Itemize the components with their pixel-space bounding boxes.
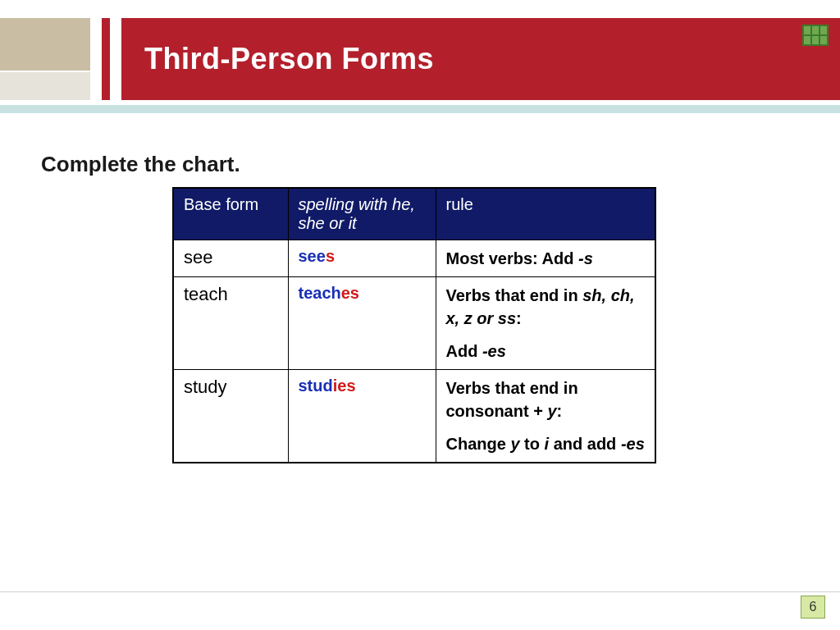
rule-text: Most verbs: Add: [446, 249, 579, 267]
spelling-suffix: s: [326, 247, 335, 265]
table-row: see sees Most verbs: Add -s: [173, 240, 655, 277]
rule-text: to: [520, 435, 545, 453]
stripe-gap: [110, 18, 121, 100]
grammar-chart: Base form spelling with he, she or it ru…: [172, 187, 656, 463]
red-stripe: [102, 18, 110, 100]
instruction-text: Complete the chart.: [41, 152, 240, 177]
header-bar: Third-Person Forms: [0, 18, 840, 100]
rule-text: and add: [549, 435, 621, 453]
table-row: teach teaches Verbs that end in sh, ch, …: [173, 277, 655, 370]
cell-rule: Verbs that end in sh, ch, x, z or ss:Add…: [436, 277, 655, 370]
col-spelling: spelling with he, she or it: [288, 188, 436, 240]
rule-em: -es: [482, 342, 506, 360]
col-rule: rule: [436, 188, 655, 240]
footer-divider: [0, 591, 840, 592]
title-bar: Third-Person Forms: [121, 18, 840, 100]
col-base-form: Base form: [173, 188, 288, 240]
spelling-base: see: [299, 247, 326, 265]
rule-em: -s: [578, 249, 593, 267]
cell-base: study: [173, 370, 288, 463]
cell-base: see: [173, 240, 288, 277]
cell-base: teach: [173, 277, 288, 370]
table-row: study studies Verbs that end in consonan…: [173, 370, 655, 463]
cell-spelling: teaches: [288, 277, 436, 370]
cell-rule: Most verbs: Add -s: [436, 240, 655, 277]
page-number: 6: [801, 596, 825, 619]
spelling-base: teach: [299, 284, 341, 302]
rule-text: :: [516, 309, 522, 327]
corner-top: [0, 18, 90, 72]
spelling-base: stud: [299, 377, 333, 395]
teal-divider: [0, 105, 840, 113]
cell-spelling: studies: [288, 370, 436, 463]
rule-text: Verbs that end in: [446, 286, 583, 304]
cell-rule: Verbs that end in consonant + y:Change y…: [436, 370, 655, 463]
spelling-suffix: es: [341, 284, 359, 302]
rule-text: Add: [446, 342, 482, 360]
spelling-suffix: ies: [333, 377, 356, 395]
rule-em: y: [547, 402, 556, 420]
table-icon: [802, 25, 829, 46]
rule-em: -es: [621, 435, 645, 453]
rule-text: :: [557, 402, 563, 420]
rule-text: Change: [446, 435, 511, 453]
page-title: Third-Person Forms: [144, 42, 434, 76]
corner-bottom: [0, 72, 90, 100]
header-corner-block: [0, 18, 90, 100]
table-header-row: Base form spelling with he, she or it ru…: [173, 188, 655, 240]
stripe-gap: [90, 18, 102, 100]
cell-spelling: sees: [288, 240, 436, 277]
rule-em: y: [510, 435, 519, 453]
